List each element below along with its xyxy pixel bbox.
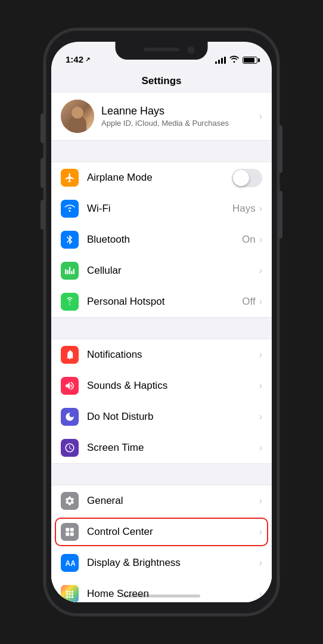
profile-subtitle: Apple ID, iCloud, Media & Purchases — [101, 119, 252, 128]
general-group: General › Control Center › — [51, 485, 272, 602]
notifications-label: Notifications — [87, 349, 259, 361]
home-indicator — [123, 595, 200, 597]
display-icon: AA — [61, 554, 79, 572]
avatar — [61, 100, 94, 133]
airplane-mode-row[interactable]: Airplane Mode — [51, 162, 272, 193]
phone-body: 1:42 ↗ — [45, 30, 278, 614]
control-center-row[interactable]: Control Center › — [51, 516, 272, 547]
profile-section: Leanne Hays Apple ID, iCloud, Media & Pu… — [51, 92, 272, 141]
cellular-row[interactable]: Cellular › — [51, 255, 272, 286]
sounds-row[interactable]: Sounds & Haptics › — [51, 370, 272, 401]
sounds-chevron: › — [259, 380, 262, 391]
notifications-row[interactable]: Notifications › — [51, 339, 272, 370]
cellular-icon — [61, 262, 79, 280]
battery-fill — [244, 58, 254, 63]
wifi-status-icon — [229, 55, 239, 64]
home-screen-chevron: › — [259, 589, 262, 599]
section-gap-1 — [51, 141, 272, 162]
profile-row[interactable]: Leanne Hays Apple ID, iCloud, Media & Pu… — [51, 92, 272, 140]
cellular-label: Cellular — [87, 265, 259, 277]
airplane-mode-icon — [61, 169, 79, 187]
bluetooth-icon — [61, 231, 79, 249]
location-icon: ↗ — [85, 56, 90, 63]
control-center-icon — [61, 523, 79, 541]
dnd-row[interactable]: Do Not Disturb › — [51, 401, 272, 432]
hotspot-icon — [61, 293, 79, 311]
section-gap-2 — [51, 318, 272, 339]
hotspot-value: Off — [242, 296, 255, 308]
screen-time-icon — [61, 439, 79, 457]
wifi-icon-setting — [61, 200, 79, 218]
page-title: Settings — [51, 68, 272, 92]
bluetooth-chevron: › — [259, 234, 262, 245]
general-icon — [61, 492, 79, 510]
cellular-chevron: › — [259, 265, 262, 276]
control-center-chevron: › — [259, 527, 262, 537]
home-screen-label: Home Screen — [87, 588, 259, 600]
dnd-chevron: › — [259, 411, 262, 422]
wifi-value: Hays — [232, 203, 256, 215]
airplane-mode-toggle[interactable] — [232, 169, 262, 187]
section-gap-3 — [51, 464, 272, 485]
svg-rect-1 — [70, 528, 74, 531]
screen-time-label: Screen Time — [87, 442, 259, 454]
svg-rect-2 — [66, 532, 69, 536]
content-area: Settings Leanne Hays Apple ID, iCloud, M… — [51, 68, 272, 602]
svg-rect-0 — [66, 528, 69, 531]
control-center-label: Control Center — [87, 526, 259, 538]
general-chevron: › — [259, 496, 262, 506]
screen: 1:42 ↗ — [51, 42, 272, 602]
notifications-group: Notifications › Sounds & Haptics › — [51, 339, 272, 464]
personal-hotspot-row[interactable]: Personal Hotspot Off › — [51, 286, 272, 317]
speaker — [144, 48, 179, 51]
signal-bars — [215, 57, 226, 64]
status-icons — [215, 55, 257, 64]
notch — [116, 42, 208, 60]
hotspot-label: Personal Hotspot — [87, 296, 242, 308]
sounds-label: Sounds & Haptics — [87, 380, 259, 392]
connectivity-group: Airplane Mode Wi-Fi Hays › — [51, 162, 272, 318]
svg-text:AA: AA — [66, 559, 76, 568]
dnd-label: Do Not Disturb — [87, 411, 259, 423]
screen-time-row[interactable]: Screen Time › — [51, 432, 272, 463]
bluetooth-row[interactable]: Bluetooth On › — [51, 224, 272, 255]
wifi-label: Wi-Fi — [87, 203, 232, 215]
display-brightness-label: Display & Brightness — [87, 557, 259, 569]
bluetooth-label: Bluetooth — [87, 234, 242, 246]
notifications-chevron: › — [259, 349, 262, 360]
profile-chevron: › — [259, 111, 262, 122]
svg-rect-3 — [70, 532, 74, 536]
notifications-icon — [61, 346, 79, 364]
airplane-mode-label: Airplane Mode — [87, 172, 232, 184]
front-camera — [188, 47, 195, 54]
status-time: 1:42 ↗ — [66, 54, 90, 64]
wifi-row[interactable]: Wi-Fi Hays › — [51, 193, 272, 224]
wifi-chevron: › — [259, 203, 262, 214]
bluetooth-value: On — [242, 234, 256, 246]
display-brightness-row[interactable]: AA Display & Brightness › — [51, 547, 272, 578]
profile-info: Leanne Hays Apple ID, iCloud, Media & Pu… — [101, 105, 252, 128]
home-screen-row[interactable]: Home Screen › — [51, 578, 272, 602]
home-screen-icon — [61, 585, 79, 602]
screen-time-chevron: › — [259, 442, 262, 453]
general-label: General — [87, 495, 259, 507]
hotspot-chevron: › — [259, 296, 262, 307]
phone-container: 1:42 ↗ — [0, 0, 323, 644]
profile-name: Leanne Hays — [101, 105, 252, 117]
sounds-icon — [61, 377, 79, 395]
display-chevron: › — [259, 558, 262, 568]
battery-icon — [243, 57, 257, 64]
general-row[interactable]: General › — [51, 485, 272, 516]
dnd-icon — [61, 408, 79, 426]
